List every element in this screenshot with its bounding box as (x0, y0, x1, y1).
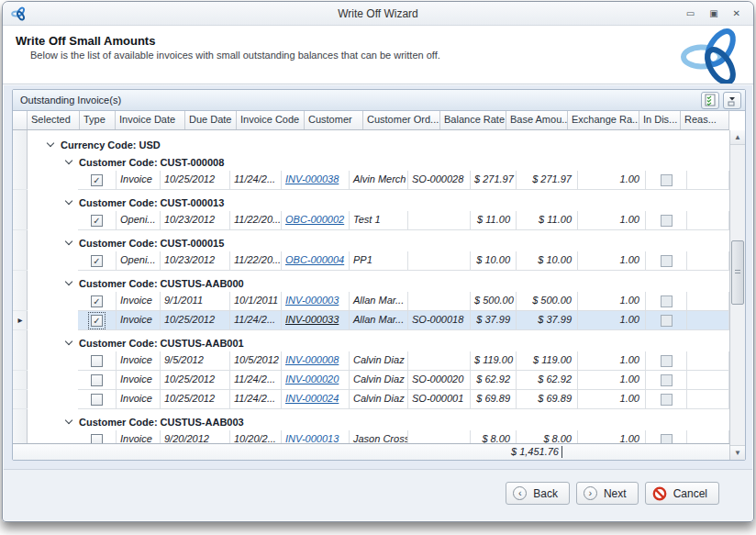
invoice-code-link[interactable]: OBC-000002 (285, 214, 345, 225)
vertical-scrollbar[interactable]: ▲ ▼ (729, 130, 745, 460)
collapse-chevron-icon[interactable] (65, 417, 72, 424)
wizard-button-bar: ‹ Back › Next Cancel (4, 469, 752, 520)
cell-base-amount: $ 62.92 (517, 371, 578, 390)
invoice-code-link[interactable]: INV-000024 (285, 393, 345, 404)
table-row[interactable]: ✓Openi...10/23/201211/22/20...OBC-000002… (13, 211, 729, 230)
selected-checkbox[interactable]: ✓ (91, 315, 103, 327)
selected-checkbox[interactable]: ✓ (91, 255, 103, 267)
invoice-code-link[interactable]: INV-000003 (285, 295, 345, 306)
panel-title: Outstanding Invoice(s) (13, 95, 121, 106)
cell-customer-order: SO-000018 (408, 311, 471, 330)
cell-invoice-code: INV-000033 (282, 311, 350, 330)
close-icon[interactable]: ✕ (733, 7, 740, 20)
cell-balance-rate: $ 37.99 (471, 311, 517, 330)
table-row[interactable]: ✓Openi...10/23/201211/22/20...OBC-000004… (13, 251, 729, 271)
scroll-down-icon[interactable]: ▼ (730, 445, 745, 460)
cell-due-date: 11/22/20... (230, 251, 282, 271)
collapse-chevron-icon[interactable] (65, 338, 72, 345)
selected-checkbox[interactable] (91, 374, 103, 386)
title-bar[interactable]: Write Off Wizard ▭ ▣ ✕ (3, 2, 753, 26)
table-row[interactable]: ✓Invoice10/25/201211/24/2...INV-000038Al… (13, 171, 729, 190)
selected-checkbox[interactable] (91, 355, 103, 367)
cell-selected (78, 430, 117, 444)
cell-in-dispute (646, 351, 687, 371)
column-header-balance-rate[interactable]: Balance Rate (440, 111, 506, 129)
group-row[interactable]: Customer Code: CUST-000015 (13, 234, 729, 251)
cell-exchange-rate: 1.00 (578, 251, 646, 271)
invoice-code-link[interactable]: INV-000008 (285, 354, 345, 365)
cell-selected (78, 371, 117, 390)
wizard-content: Outstanding Invoice(s) (4, 85, 752, 472)
column-header-in-dis[interactable]: In Dis... (639, 111, 681, 129)
table-row[interactable]: Invoice10/25/201211/24/2...INV-000024Cal… (13, 390, 729, 409)
scroll-up-icon[interactable]: ▲ (730, 130, 745, 145)
cell-invoice-date: 10/25/2012 (161, 390, 230, 409)
cell-type: Invoice (117, 430, 161, 444)
column-header-reas[interactable]: Reas... (681, 111, 729, 129)
row-indicator (13, 136, 28, 153)
invoice-code-link[interactable]: INV-000033 (285, 314, 345, 325)
column-header-customer[interactable]: Customer (305, 111, 363, 129)
cancel-button-label: Cancel (673, 487, 707, 500)
cell-customer: Allan Mar... (350, 311, 408, 330)
collapse-chevron-icon[interactable] (65, 278, 72, 285)
selected-checkbox[interactable] (91, 394, 103, 406)
selected-checkbox[interactable]: ✓ (91, 174, 103, 186)
table-row[interactable]: Invoice9/20/201210/20/2...INV-000013Jaso… (13, 430, 729, 444)
group-indent (28, 251, 78, 271)
group-row[interactable]: Customer Code: CUSTUS-AAB001 (13, 334, 729, 351)
column-header-customer-ord[interactable]: Customer Ord... (363, 111, 440, 129)
minimize-icon[interactable]: ▭ (686, 7, 695, 20)
base-amount-total: $ 1,451.76 (472, 446, 559, 457)
in-dispute-checkbox (661, 374, 673, 386)
cell-reason (687, 251, 729, 271)
back-button[interactable]: ‹ Back (506, 482, 570, 505)
group-row[interactable]: Customer Code: CUSTUS-AAB003 (13, 413, 729, 430)
collapse-chevron-icon[interactable] (65, 157, 72, 164)
column-header-due-date[interactable]: Due Date (185, 111, 237, 129)
cell-due-date: 11/24/2... (230, 311, 282, 330)
scrollbar-thumb[interactable] (731, 240, 744, 305)
collapse-chevron-icon[interactable] (65, 197, 72, 205)
column-header-exchange-ra[interactable]: Exchange Ra... (568, 111, 639, 129)
outstanding-invoices-panel: Outstanding Invoice(s) (12, 89, 746, 461)
grid-menu-dropdown-button[interactable] (723, 92, 741, 109)
column-header-invoice-code[interactable]: Invoice Code (237, 111, 305, 129)
cell-customer: Jason Cross (350, 430, 408, 444)
selected-checkbox[interactable]: ✓ (91, 215, 103, 227)
cell-in-dispute (646, 311, 687, 330)
next-button[interactable]: › Next (576, 482, 639, 505)
group-row[interactable]: Customer Code: CUSTUS-AAB000 (13, 274, 729, 292)
table-row[interactable]: Invoice9/5/201210/5/2012INV-000008Calvin… (13, 351, 729, 371)
column-header-invoice-date[interactable]: Invoice Date (116, 111, 185, 129)
cell-type: Invoice (117, 390, 161, 409)
cell-customer-order (408, 251, 471, 271)
grid-column-headers: SelectedTypeInvoice DateDue DateInvoice … (13, 111, 729, 130)
cancel-prohibition-icon (652, 486, 667, 501)
table-row[interactable]: ▸✓Invoice10/25/201211/24/2...INV-000033A… (13, 311, 729, 330)
invoice-code-link[interactable]: INV-000038 (285, 173, 345, 184)
selected-checkbox[interactable]: ✓ (91, 295, 103, 307)
collapse-chevron-icon[interactable] (47, 139, 54, 147)
group-row[interactable]: Currency Code: USD (13, 136, 729, 153)
column-header-selected[interactable]: Selected (28, 111, 80, 129)
maximize-icon[interactable]: ▣ (709, 7, 717, 20)
cell-invoice-code: OBC-000002 (282, 211, 350, 230)
table-row[interactable]: ✓Invoice9/1/201110/1/2011INV-000003Allan… (13, 292, 729, 311)
cell-customer-order (408, 430, 471, 444)
cell-due-date: 11/24/2... (230, 171, 282, 190)
cell-in-dispute (646, 292, 687, 311)
group-row[interactable]: Customer Code: CUST-000008 (13, 153, 729, 171)
export-checklist-button[interactable] (701, 92, 719, 109)
invoice-code-link[interactable]: INV-000020 (285, 373, 345, 385)
column-header-type[interactable]: Type (80, 111, 116, 129)
cell-exchange-rate: 1.00 (578, 390, 646, 409)
cell-invoice-date: 10/23/2012 (161, 211, 230, 230)
invoice-code-link[interactable]: OBC-000004 (285, 254, 345, 265)
collapse-chevron-icon[interactable] (65, 238, 72, 245)
cell-customer: Allan Mar... (350, 292, 408, 311)
cancel-button[interactable]: Cancel (645, 482, 719, 505)
group-row[interactable]: Customer Code: CUST-000013 (13, 194, 729, 211)
table-row[interactable]: Invoice10/25/201211/24/2...INV-000020Cal… (13, 371, 729, 390)
column-header-base-amou[interactable]: Base Amou... (506, 111, 568, 129)
